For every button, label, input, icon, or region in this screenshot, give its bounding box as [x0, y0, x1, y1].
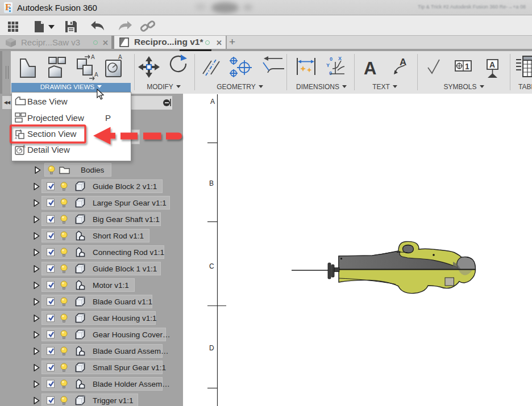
svg-text:A: A	[489, 60, 495, 69]
svg-text:B: B	[209, 179, 214, 187]
svg-text:X: X	[338, 56, 342, 61]
svg-text:1: 1	[465, 62, 469, 71]
svg-text:0: 0	[329, 70, 332, 76]
svg-text:C: C	[209, 262, 214, 270]
svg-text:D: D	[209, 344, 214, 352]
svg-text:0: 0	[330, 56, 332, 62]
svg-text:Y: Y	[326, 62, 330, 68]
svg-text:A: A	[15, 136, 17, 140]
svg-text:A: A	[210, 98, 215, 106]
svg-text:A: A	[364, 58, 376, 78]
svg-text:A: A	[19, 129, 22, 132]
svg-text:A: A	[23, 144, 26, 148]
